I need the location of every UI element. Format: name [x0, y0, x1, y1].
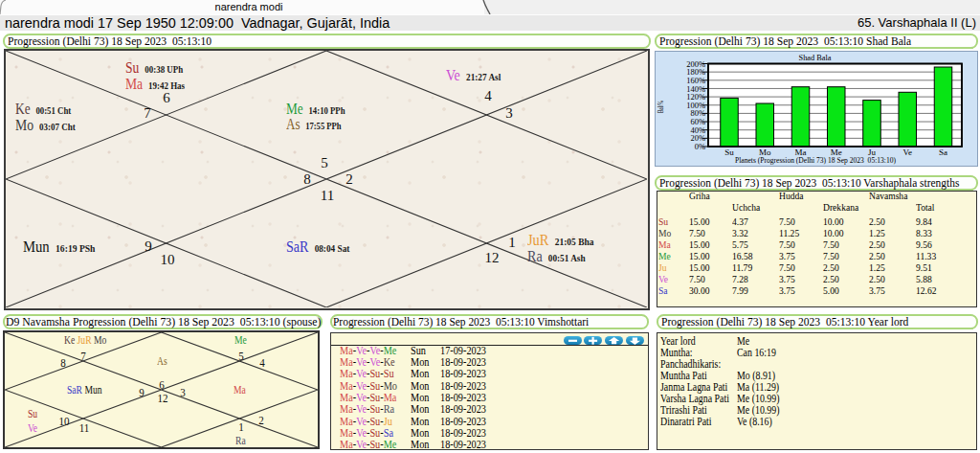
svg-text:Su: Su [724, 147, 734, 157]
svg-text:Ve: Ve [903, 147, 913, 157]
svg-text:Planets (Progression (Delhi 73: Planets (Progression (Delhi 73) 18 Sep 2… [735, 155, 896, 165]
svg-text:Shad Bala: Shad Bala [799, 54, 832, 62]
svg-text:Bal/%: Bal/% [657, 101, 665, 113]
svg-text:Sa: Sa [939, 147, 947, 157]
svg-text:0%: 0% [695, 142, 705, 151]
